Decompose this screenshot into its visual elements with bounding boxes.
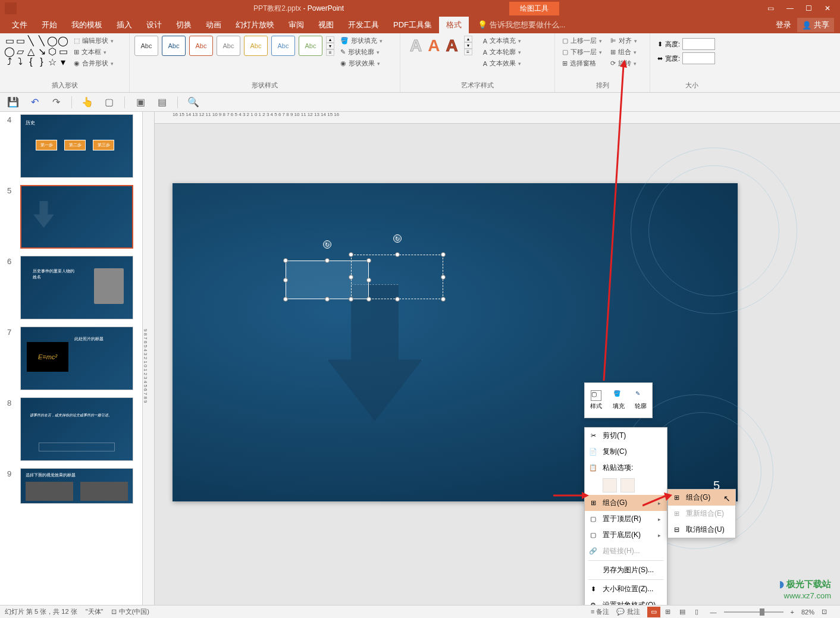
horizontal-ruler: 16 15 14 13 12 11 10 9 8 7 6 5 4 3 2 1 0…	[155, 112, 840, 124]
shapes-gallery[interactable]: ▭▭╲╲◯◯ ◯▱△↘⬡▭ ⤴⤵{}☆▾	[5, 36, 68, 67]
mini-fill-button[interactable]: 🪣填充	[607, 383, 630, 418]
minimize-button[interactable]: —	[786, 4, 795, 12]
menu-transitions[interactable]: 切换	[169, 17, 199, 33]
tell-me-input[interactable]: 💡 告诉我您想要做什么...	[478, 20, 565, 30]
sm-ungroup[interactable]: ⊟取消组合(U)	[668, 522, 735, 538]
cm-save-picture[interactable]: 另存为图片(S)...	[585, 562, 667, 578]
cm-bring-front[interactable]: ▢置于顶层(R)▸	[585, 511, 667, 527]
text-effects-button[interactable]: A 文本效果 ▾	[481, 58, 524, 68]
login-button[interactable]: 登录	[776, 20, 791, 30]
shape-outline-button[interactable]: ✎ 形状轮廓 ▾	[338, 47, 385, 57]
quick-access-bar: 💾 ↶ ↷ 👆 ▢ ▣ ▤ 🔍	[0, 93, 840, 112]
theme-name: "天体"	[86, 607, 104, 616]
menu-home[interactable]: 开始	[35, 17, 64, 33]
group-button[interactable]: ⊞ 组合 ▾	[608, 47, 640, 57]
shape-style-gallery[interactable]: Abc Abc Abc Abc Abc Abc Abc ▴▾≡	[134, 36, 334, 56]
slide-thumb-5[interactable]	[20, 185, 133, 249]
cm-group[interactable]: ⊞组合(G)▸	[585, 495, 667, 511]
ribbon-options-icon[interactable]: ▭	[767, 4, 776, 12]
menu-developer[interactable]: 开发工具	[341, 17, 386, 33]
drawing-tools-tab[interactable]: 绘图工具	[509, 2, 559, 15]
window-title: PPT教程2.pptx - PowerPoint	[253, 4, 344, 14]
share-button[interactable]: 👤 共享	[797, 18, 834, 32]
menu-templates[interactable]: 我的模板	[64, 17, 109, 33]
align-button[interactable]: ⊫ 对齐 ▾	[608, 36, 640, 46]
edit-shape-button[interactable]: ⬚ 编辑形状 ▾	[71, 36, 116, 46]
filename-text: PPT教程2.pptx	[253, 4, 301, 12]
zoom-slider[interactable]	[724, 611, 783, 613]
sorter-view-button[interactable]: ⊞	[662, 607, 675, 617]
slide-thumb-9[interactable]: 选择下面的视觉效果的标题	[20, 468, 133, 504]
touch-mode-button[interactable]: 👆	[82, 96, 93, 108]
width-label: 宽度:	[665, 54, 680, 63]
bring-forward-button[interactable]: ▢ 上移一层 ▾	[560, 36, 604, 46]
mini-outline-button[interactable]: ✎轮廓	[629, 383, 652, 418]
comments-button[interactable]: 💬 批注	[616, 607, 640, 616]
slide-info: 幻灯片 第 5 张，共 12 张	[5, 607, 77, 616]
save-button[interactable]: 💾	[7, 96, 19, 108]
shape-effects-button[interactable]: ◉ 形状效果 ▾	[338, 58, 385, 68]
paste-opt-1[interactable]	[603, 478, 617, 492]
rotate-button[interactable]: ⟳ 旋转 ▾	[608, 58, 640, 68]
menu-file[interactable]: 文件	[5, 17, 35, 33]
undo-button[interactable]: ↶	[29, 96, 40, 108]
notes-button[interactable]: ≡ 备注	[591, 607, 609, 616]
shape-fill-button[interactable]: 🪣 形状填充 ▾	[338, 36, 385, 46]
cm-cut[interactable]: ✂剪切(T)	[585, 428, 667, 444]
height-icon: ⬍	[657, 40, 663, 48]
lang-indicator[interactable]: ⊡ 中文(中国)	[111, 607, 149, 616]
normal-view-button[interactable]: ▭	[647, 607, 660, 617]
sm-regroup: ⊞重新组合(E)	[668, 506, 735, 522]
menu-view[interactable]: 视图	[311, 17, 341, 33]
qa-button-2[interactable]: ▣	[134, 96, 146, 108]
menu-format[interactable]: 格式	[439, 17, 469, 33]
merge-shape-button[interactable]: ◉ 合并形状 ▾	[71, 58, 116, 68]
menu-animations[interactable]: 动画	[199, 17, 228, 33]
text-outline-button[interactable]: A 文本轮廓 ▾	[481, 47, 524, 57]
app-name-text: PowerPoint	[308, 4, 344, 12]
cm-hyperlink: 🔗超链接(H)...	[585, 543, 667, 559]
app-icon	[5, 2, 17, 14]
cm-copy[interactable]: 📄复制(C)	[585, 444, 667, 460]
mini-toolbar: ▢样式 🪣填充 ✎轮廓	[584, 382, 653, 418]
edit-area[interactable]: 9 8 7 6 5 4 3 2 1 0 1 2 3 4 5 6 7 8 9 16…	[143, 112, 840, 608]
menu-insert[interactable]: 插入	[109, 17, 139, 33]
height-input[interactable]	[682, 38, 715, 50]
menu-review[interactable]: 审阅	[281, 17, 311, 33]
slide-thumb-6[interactable]: 历史事件的重要人物的姓名	[20, 256, 133, 319]
menu-slideshow[interactable]: 幻灯片放映	[228, 17, 281, 33]
paste-opt-2[interactable]	[620, 478, 635, 492]
arrow-shape[interactable]	[327, 284, 422, 421]
selection-pane-button[interactable]: ⊞ 选择窗格	[560, 58, 604, 68]
status-bar: 幻灯片 第 5 张，共 12 张 "天体" ⊡ 中文(中国) ≡ 备注 💬 批注…	[0, 605, 840, 618]
slide-thumb-8[interactable]: 该事件的名言，或支持你的论文或事件的一般引述。	[20, 397, 133, 461]
reading-view-button[interactable]: ▤	[676, 607, 689, 617]
close-button[interactable]: ✕	[825, 4, 833, 12]
menu-design[interactable]: 设计	[139, 17, 169, 33]
slide-thumb-4[interactable]: 历史 第一步 第二步 第三步	[20, 114, 133, 178]
text-box-button[interactable]: ⊞ 文本框 ▾	[71, 47, 116, 57]
selected-rect-2[interactable]: ↻	[351, 255, 443, 299]
zoom-level[interactable]: 82%	[801, 608, 814, 616]
menu-pdf[interactable]: PDF工具集	[386, 17, 439, 33]
context-menu: ✂剪切(T) 📄复制(C) 📋粘贴选项: ⊞组合(G)▸ ▢置于顶层(R)▸ ▢…	[584, 427, 667, 614]
sm-group[interactable]: ⊞组合(G)	[668, 490, 735, 506]
redo-button[interactable]: ↷	[50, 96, 62, 108]
menu-bar: 文件 开始 我的模板 插入 设计 切换 动画 幻灯片放映 审阅 视图 开发工具 …	[0, 17, 840, 33]
maximize-button[interactable]: ☐	[805, 4, 814, 12]
send-backward-button[interactable]: ▢ 下移一层 ▾	[560, 47, 604, 57]
group-label-insert-shape: 插入形状	[5, 79, 124, 90]
mini-style-button[interactable]: ▢样式	[585, 383, 607, 418]
cm-size-position[interactable]: ⬍大小和位置(Z)...	[585, 581, 667, 597]
qa-button-4[interactable]: 🔍	[187, 96, 199, 108]
text-fill-button[interactable]: A 文本填充 ▾	[481, 36, 524, 46]
qa-button-3[interactable]: ▤	[156, 96, 168, 108]
slide-thumb-7[interactable]: E=mc² 此处照片的标题	[20, 327, 133, 390]
fit-window-button[interactable]: ⊡	[822, 608, 827, 616]
cm-send-back[interactable]: ▢置于底层(K)▸	[585, 527, 667, 543]
slide-thumbnail-panel[interactable]: 4 历史 第一步 第二步 第三步 5 6 历史事件的重要人物的姓名 7 E=mc…	[0, 112, 143, 608]
qa-button-1[interactable]: ▢	[103, 96, 115, 108]
width-input[interactable]	[682, 52, 715, 64]
slideshow-view-button[interactable]: ▯	[690, 607, 703, 617]
wordart-gallery[interactable]: AAA ▴▾≡	[405, 36, 477, 55]
